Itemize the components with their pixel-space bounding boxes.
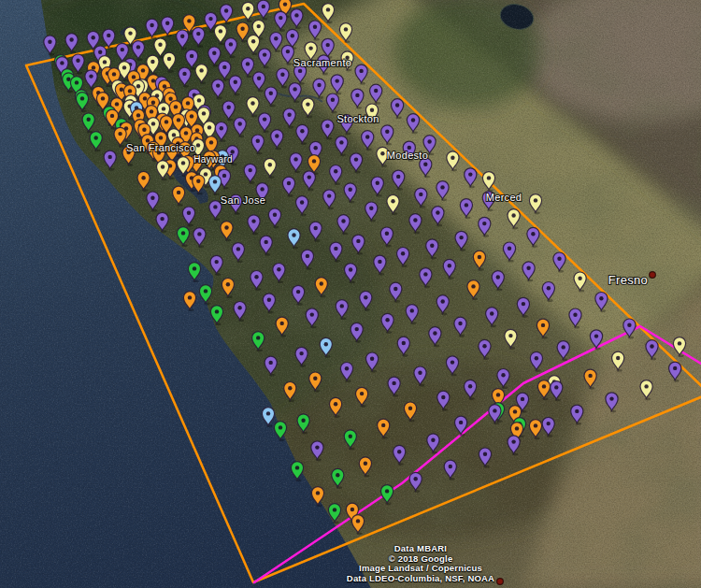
city-label: San Francisco (126, 142, 195, 153)
city-label: Modesto (387, 150, 428, 161)
satellite-map[interactable]: SacramentoStocktonModestoMercedFresnoSan… (0, 0, 701, 588)
city-dot (497, 579, 504, 585)
google-earth-viewport: SacramentoStocktonModestoMercedFresnoSan… (0, 0, 701, 588)
map-attribution: Data MBARI© 2018 GoogleImage Landsat / C… (347, 544, 494, 583)
city-label: Sacramento (293, 57, 351, 68)
attribution-line: Image Landsat / Copernicus (347, 564, 494, 574)
texture-light-grain (0, 0, 701, 588)
attribution-line: Data LDEO-Columbia, NSF, NOAA (347, 574, 494, 584)
city-label: Fresno (608, 273, 648, 287)
attribution-line: Data MBARI (347, 544, 494, 554)
city-label: Stockton (336, 113, 379, 124)
city-label: Merced (486, 192, 522, 203)
city-dot (650, 272, 656, 279)
city-label: Hayward (193, 154, 233, 165)
city-label: San Jose (221, 194, 265, 206)
